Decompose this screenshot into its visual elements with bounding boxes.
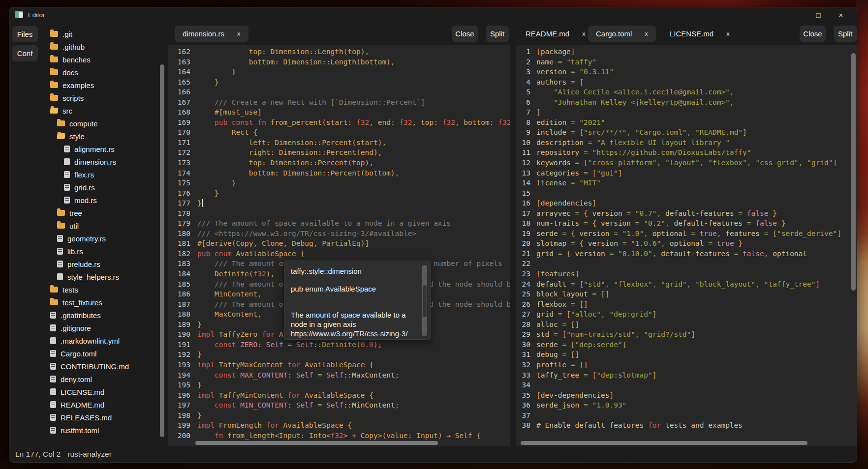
code-line[interactable]: 193impl TaffyMaxContent for AvailableSpa…	[168, 361, 510, 371]
tree-item[interactable]: flex.rs	[40, 168, 160, 181]
close-icon[interactable]: ×	[836, 11, 846, 19]
code-line[interactable]: 15	[516, 189, 857, 200]
tree-item[interactable]: benches	[40, 53, 160, 66]
code-line[interactable]: 191 const ZERO: Self = Self::Definite(0.…	[168, 341, 510, 351]
code-line[interactable]: 200 fn from_length<Input: Into<f32> + Co…	[168, 432, 510, 442]
code-line[interactable]: 175 }	[168, 179, 510, 189]
close-pane-button[interactable]: Close	[452, 26, 478, 42]
tree-item[interactable]: .git	[40, 28, 160, 40]
code-line[interactable]: 180/// <https://www.w3.org/TR/css-sizing…	[168, 230, 510, 240]
minimize-icon[interactable]: –	[791, 11, 801, 19]
titlebar[interactable]: Editor – □ ×	[9, 7, 857, 22]
code-line[interactable]: 178	[168, 209, 510, 220]
tree-item[interactable]: .gitignore	[40, 322, 160, 334]
code-line[interactable]: 12keywords = ["cross-platform", "layout"…	[516, 159, 857, 169]
code-line[interactable]: 26flexbox = []	[516, 300, 857, 311]
code-line[interactable]: 3version = "0.3.11"	[516, 68, 857, 78]
code-line[interactable]: 19serde = { version = "1.0", optional = …	[516, 230, 857, 240]
code-line[interactable]: 13categories = ["gui"]	[516, 169, 857, 179]
split-pane-button[interactable]: Split	[486, 26, 509, 42]
code-line[interactable]: 179/// The amount of space available to …	[168, 219, 510, 230]
code-line[interactable]: 166	[168, 88, 510, 98]
code-line[interactable]: 22	[516, 260, 857, 270]
tree-item[interactable]: examples	[40, 79, 160, 91]
file-tree-scrollbar-thumb[interactable]	[160, 64, 164, 437]
code-line[interactable]: 32profile = []	[516, 361, 857, 371]
tree-item[interactable]: tree	[40, 206, 160, 219]
tree-item[interactable]: docs	[40, 66, 160, 79]
tab-close-icon[interactable]: x	[645, 30, 648, 37]
code-line[interactable]: 37	[516, 411, 857, 422]
code-line[interactable]: 18num-traits = { version = "0.2", defaul…	[516, 219, 857, 230]
code-line[interactable]: 9include = ["src/**/*", "Cargo.toml", "R…	[516, 128, 857, 139]
tree-item[interactable]: .github	[40, 40, 160, 53]
tree-item[interactable]: style_helpers.rs	[40, 270, 160, 283]
tab-close-icon[interactable]: x	[582, 30, 586, 37]
code-line[interactable]: 177}	[168, 199, 510, 209]
code-line[interactable]: 17arrayvec = { version = "0.7", default-…	[516, 209, 857, 220]
code-line[interactable]: 167 /// Create a new Rect with [`Dimensi…	[168, 98, 510, 109]
vertical-scrollbar-thumb[interactable]	[851, 53, 856, 291]
code-line[interactable]: 162 top: Dimension::Length(top),	[168, 48, 510, 58]
tab-readme-md[interactable]: README.md x	[518, 26, 593, 42]
file-tree[interactable]: .git.githubbenchesdocsexamplesscriptssrc…	[40, 28, 160, 446]
split-pane-button[interactable]: Split	[834, 26, 857, 42]
code-line[interactable]: 199impl FromLength for AvailableSpace {	[168, 421, 510, 432]
code-line[interactable]: 197 const MIN_CONTENT: Self = Self::MinC…	[168, 401, 510, 411]
tree-item[interactable]: CONTRIBUTING.md	[40, 360, 160, 373]
tree-item[interactable]: util	[40, 219, 160, 232]
code-line[interactable]: 21grid = { version = "0.10.0", default-f…	[516, 250, 857, 260]
code-line[interactable]: 163 bottom: Dimension::Length(bottom),	[168, 58, 510, 68]
code-line[interactable]: 6 "Johnathan Kelley <jkelleyrtp@gmail.co…	[516, 98, 857, 109]
code-line[interactable]: 195}	[168, 381, 510, 391]
code-line[interactable]: 176 }	[168, 189, 510, 200]
code-line[interactable]: 31debug = []	[516, 351, 857, 361]
tree-item[interactable]: Cargo.toml	[40, 347, 160, 360]
tab-dimension-rs[interactable]: dimension.rs x	[175, 26, 248, 42]
code-line[interactable]: 24default = ["std", "flexbox", "grid", "…	[516, 280, 857, 291]
code-line[interactable]: 168 #[must_use]	[168, 108, 510, 118]
code-line[interactable]: 174 bottom: Dimension::Percent(bottom),	[168, 169, 510, 179]
code-line[interactable]: 14license = "MIT"	[516, 179, 857, 189]
code-line[interactable]: 36serde_json = "1.0.93"	[516, 401, 857, 411]
code-line[interactable]: 181#[derive(Copy, Clone, Debug, PartialE…	[168, 239, 510, 250]
code-editor-cargo-toml[interactable]: 1[package]2name = "taffy"3version = "0.3…	[516, 45, 857, 447]
code-line[interactable]: 23[features]	[516, 270, 857, 280]
code-line[interactable]: 16[dependencies]	[516, 199, 857, 209]
tree-item[interactable]: .gitattributes	[40, 309, 160, 322]
code-line[interactable]: 165 }	[168, 78, 510, 88]
code-line[interactable]: 2name = "taffy"	[516, 58, 857, 68]
tree-item[interactable]: tests	[40, 283, 160, 296]
tree-item[interactable]: mod.rs	[40, 194, 160, 206]
code-line[interactable]: 8edition = "2021"	[516, 118, 857, 129]
code-editor-dimension-rs[interactable]: 162 top: Dimension::Length(top),163 bott…	[168, 45, 510, 447]
code-line[interactable]: 11repository = "https://github.com/Dioxu…	[516, 148, 857, 159]
maximize-icon[interactable]: □	[813, 11, 823, 19]
tree-item[interactable]: README.md	[40, 398, 160, 411]
tab-close-icon[interactable]: x	[726, 30, 730, 37]
tree-item[interactable]: alignment.rs	[40, 143, 160, 155]
code-line[interactable]: 5 "Alice Cecile <alice.i.cecile@gmail.co…	[516, 88, 857, 98]
code-line[interactable]: 27grid = ["alloc", "dep:grid"]	[516, 310, 857, 321]
code-line[interactable]: 38# Enable default features for tests an…	[516, 421, 857, 432]
code-line[interactable]: 172 right: Dimension::Percent(end),	[168, 148, 510, 159]
tree-item[interactable]: LICENSE.md	[40, 385, 160, 398]
tree-item[interactable]: test_fixtures	[40, 296, 160, 309]
tab-license-md[interactable]: LICENSE.md x	[662, 26, 738, 42]
horizontal-scrollbar-thumb[interactable]	[521, 441, 807, 445]
tree-item[interactable]: geometry.rs	[40, 232, 160, 245]
tree-item[interactable]: rustfmt.toml	[40, 424, 160, 437]
code-line[interactable]: 25block_layout = []	[516, 290, 857, 300]
tree-item[interactable]: scripts	[40, 91, 160, 104]
tree-item[interactable]: deny.toml	[40, 373, 160, 385]
code-line[interactable]: 35[dev-dependencies]	[516, 391, 857, 402]
tooltip-link[interactable]: https://www.w3.org/TR/css-sizing-3/	[291, 329, 417, 338]
code-line[interactable]: 29std = ["num-traits/std", "grid?/std"]	[516, 330, 857, 341]
code-line[interactable]: 198}	[168, 411, 510, 422]
code-line[interactable]: 1[package]	[516, 48, 857, 58]
code-line[interactable]: 171 left: Dimension::Percent(start),	[168, 139, 510, 149]
code-line[interactable]: 192}	[168, 351, 510, 361]
tree-item[interactable]: src	[40, 104, 160, 117]
code-line[interactable]: 30serde = ["dep:serde"]	[516, 341, 857, 351]
tree-item[interactable]: style	[40, 130, 160, 143]
